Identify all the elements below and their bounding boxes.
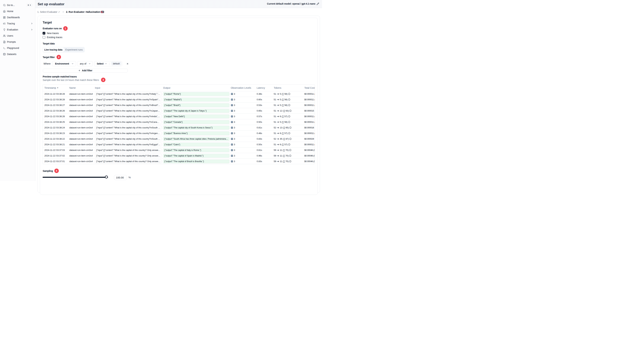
svg-text:i: i	[232, 104, 232, 106]
svg-text:i: i	[232, 161, 232, 162]
svg-text:i: i	[232, 138, 232, 140]
svg-text:i: i	[232, 99, 232, 100]
svg-text:i: i	[232, 116, 232, 117]
svg-text:i: i	[232, 110, 232, 112]
svg-text:i: i	[232, 155, 232, 157]
svg-text:i: i	[232, 127, 232, 129]
svg-text:i: i	[232, 144, 232, 145]
svg-text:i: i	[232, 149, 232, 151]
svg-text:i: i	[232, 93, 232, 95]
svg-text:i: i	[232, 121, 232, 123]
svg-text:i: i	[232, 132, 232, 134]
